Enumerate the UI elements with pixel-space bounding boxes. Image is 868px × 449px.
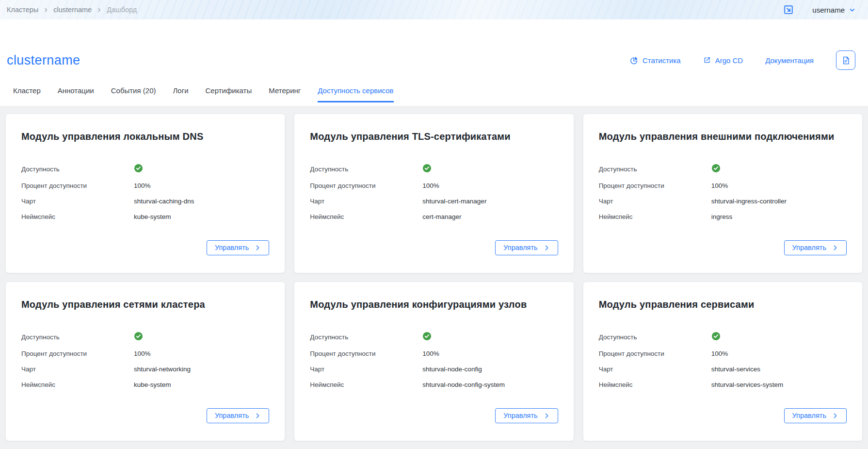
namespace-label: Неймспейс <box>310 381 422 388</box>
documentation-link[interactable]: Документация <box>765 56 814 65</box>
card-title: Модуль управления TLS-сертификатами <box>310 131 558 142</box>
statistics-link[interactable]: Статистика <box>630 56 681 65</box>
external-link-icon <box>703 56 711 64</box>
chart-value: shturval-services <box>711 366 847 373</box>
card-rows: Доступность Процент доступности 100% Чар… <box>21 332 269 389</box>
manage-button-label: Управлять <box>792 244 826 251</box>
namespace-row: Неймспейс cert-manager <box>310 212 558 221</box>
chevron-right-icon <box>832 413 838 419</box>
open-in-window-button[interactable] <box>783 4 794 15</box>
tab[interactable]: Сертификаты <box>206 86 252 102</box>
page-title: clustername <box>7 52 80 68</box>
namespace-row: Неймспейс kube-system <box>21 380 269 389</box>
chevron-down-icon <box>849 7 855 13</box>
availability-value <box>711 332 847 342</box>
availability-value <box>422 332 558 342</box>
availability-row: Доступность <box>21 332 269 342</box>
document-button[interactable] <box>836 50 855 70</box>
tab-label: Кластер <box>13 86 41 95</box>
namespace-row: Неймспейс shturval-node-config-system <box>310 380 558 389</box>
manage-button[interactable]: Управлять <box>784 240 847 255</box>
chart-row: Чарт shturval-caching-dns <box>21 197 269 205</box>
namespace-label: Неймспейс <box>21 381 134 388</box>
service-card: Модуль управления конфигурациями узлов Д… <box>294 282 573 441</box>
availability-row: Доступность <box>310 164 558 174</box>
check-circle-icon <box>711 164 721 173</box>
namespace-value: shturval-node-config-system <box>422 381 558 388</box>
namespace-value: kube-system <box>134 213 269 220</box>
percent-label: Процент доступности <box>21 182 134 189</box>
manage-button[interactable]: Управлять <box>495 408 558 423</box>
tab-label: Логи <box>173 86 188 95</box>
percent-value: 100% <box>134 350 269 357</box>
chevron-right-icon <box>255 245 261 251</box>
chart-row: Чарт shturval-cert-manager <box>310 197 558 205</box>
manage-button[interactable]: Управлять <box>207 408 269 423</box>
card-title: Модуль управления сетями кластера <box>21 299 269 310</box>
check-circle-icon <box>711 332 721 341</box>
manage-button[interactable]: Управлять <box>495 240 558 255</box>
check-circle-icon <box>134 164 143 173</box>
card-rows: Доступность Процент доступности 100% Чар… <box>310 164 558 221</box>
argo-cd-label: Argo CD <box>715 56 743 65</box>
availability-row: Доступность <box>599 164 847 174</box>
topbar-right: username <box>783 4 855 15</box>
availability-label: Доступность <box>310 166 422 173</box>
breadcrumb-chevron-icon <box>43 7 48 13</box>
tab[interactable]: Метеринг <box>269 86 301 102</box>
chart-row: Чарт shturval-node-config <box>310 365 558 373</box>
tab[interactable]: Кластер <box>13 86 41 102</box>
card-footer: Управлять <box>599 240 847 255</box>
namespace-value: kube-system <box>134 381 269 388</box>
percent-value: 100% <box>134 182 269 189</box>
user-menu[interactable]: username <box>812 6 855 14</box>
chart-label: Чарт <box>21 366 134 373</box>
breadcrumb-chevron-icon <box>96 7 102 13</box>
percent-row: Процент доступности 100% <box>21 181 269 190</box>
percent-row: Процент доступности 100% <box>599 181 847 190</box>
service-card: Модуль управления внешними подключениями… <box>583 114 862 273</box>
breadcrumb-item: Дашборд <box>107 6 137 14</box>
chart-value: shturval-networking <box>134 366 269 373</box>
namespace-label: Неймспейс <box>21 213 134 220</box>
availability-label: Доступность <box>21 166 134 173</box>
card-rows: Доступность Процент доступности 100% Чар… <box>310 332 558 389</box>
tab[interactable]: Доступность сервисов <box>318 86 393 102</box>
card-title: Модуль управления сервисами <box>599 299 847 310</box>
tab-label: Сертификаты <box>206 86 252 95</box>
documentation-label: Документация <box>765 56 814 65</box>
tab-label: Аннотации <box>58 86 94 95</box>
tab[interactable]: Логи <box>173 86 188 102</box>
manage-button-label: Управлять <box>792 412 826 419</box>
card-rows: Доступность Процент доступности 100% Чар… <box>21 164 269 221</box>
manage-button-label: Управлять <box>215 244 249 251</box>
availability-value <box>422 164 558 174</box>
chart-value: shturval-caching-dns <box>134 198 269 205</box>
percent-row: Процент доступности 100% <box>310 349 558 358</box>
argo-cd-link[interactable]: Argo CD <box>703 56 743 65</box>
percent-row: Процент доступности 100% <box>599 349 847 358</box>
breadcrumb-item[interactable]: Кластеры <box>7 6 38 14</box>
availability-row: Доступность <box>599 332 847 342</box>
card-footer: Управлять <box>21 408 269 423</box>
manage-button-label: Управлять <box>503 244 537 251</box>
chart-label: Чарт <box>21 198 134 205</box>
chart-value: shturval-node-config <box>422 366 558 373</box>
chevron-right-icon <box>255 413 261 419</box>
tab[interactable]: Аннотации <box>58 86 94 102</box>
chart-value: shturval-cert-manager <box>422 198 558 205</box>
availability-label: Доступность <box>599 166 711 173</box>
tab[interactable]: События (20) <box>111 86 156 102</box>
card-title: Модуль управления внешними подключениями <box>599 131 847 142</box>
availability-label: Доступность <box>599 333 711 341</box>
topbar: Кластеры clustername Дашборд username <box>0 0 868 19</box>
tab-label: События (20) <box>111 86 156 95</box>
manage-button[interactable]: Управлять <box>207 240 269 255</box>
chevron-right-icon <box>832 245 838 251</box>
breadcrumb-item[interactable]: clustername <box>53 6 92 14</box>
chart-label: Чарт <box>599 366 711 373</box>
arrow-down-right-square-icon <box>783 4 794 15</box>
manage-button[interactable]: Управлять <box>784 408 847 423</box>
tab-label: Доступность сервисов <box>318 86 393 95</box>
namespace-value: ingress <box>711 213 847 220</box>
